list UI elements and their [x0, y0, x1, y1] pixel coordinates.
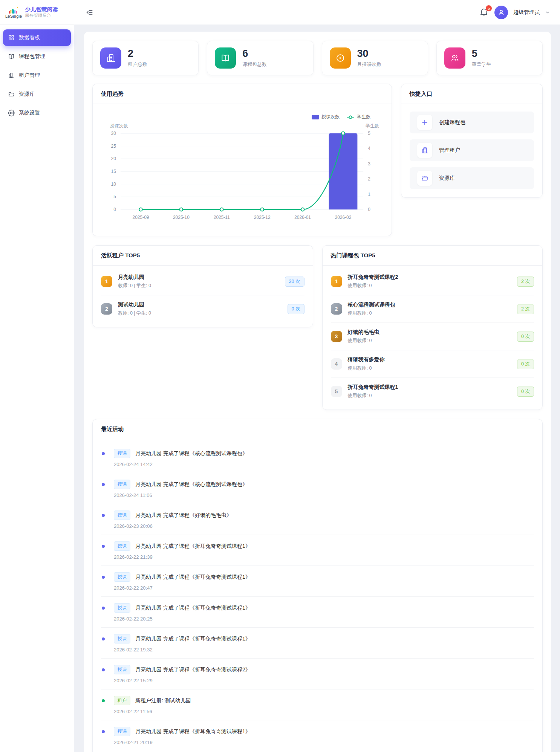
count-badge: 0 次 [288, 304, 304, 314]
quick-link-resources[interactable]: 资源库 [410, 167, 534, 189]
sidebar: LeSingle 少儿智慧阅读 服务管理后台 数据看板 课程包管理 [0, 0, 74, 752]
user-menu-toggle[interactable] [545, 10, 550, 15]
activity-dot [102, 576, 105, 579]
sidebar-item-label: 课程包管理 [19, 53, 45, 60]
item-sub: 使用教师: 0 [348, 310, 395, 316]
sidebar-item-resources[interactable]: 资源库 [3, 86, 71, 102]
activity-time: 2026-02-24 14:42 [114, 462, 534, 467]
svg-text:25: 25 [111, 144, 116, 149]
chart-legend: 授课次数学生数 [312, 114, 370, 120]
quick-link-manage-tenants[interactable]: 管理租户 [410, 139, 534, 161]
activity-item: 授课 月亮幼儿园 完成了课程《核心流程测试课程包》 2026-02-24 11:… [101, 473, 534, 504]
book-icon [8, 53, 15, 60]
sidebar-item-settings[interactable]: 系统设置 [3, 105, 71, 121]
notifications-button[interactable]: 5 [479, 8, 489, 17]
usage-trend-card: 使用趋势 授课次数学生数 051015202530012345授课次数学生数20… [92, 84, 392, 236]
count-badge: 0 次 [517, 359, 534, 369]
activity-text: 月亮幼儿园 完成了课程《折耳兔奇奇测试课程1》 [135, 605, 251, 611]
activity-time: 2026-02-22 15:29 [114, 678, 534, 683]
brand-logo: LeSingle [5, 6, 22, 18]
activity-dot [102, 514, 105, 517]
legend-label: 学生数 [357, 114, 370, 120]
legend-item[interactable]: 学生数 [346, 114, 370, 120]
activity-item: 授课 月亮幼儿园 完成了课程《折耳兔奇奇测试课程1》 2026-02-22 19… [101, 628, 534, 659]
legend-item[interactable]: 授课次数 [312, 114, 340, 120]
sidebar-collapse-button[interactable] [85, 8, 95, 17]
svg-text:2025-11: 2025-11 [214, 215, 230, 220]
activity-main: 授课 月亮幼儿园 完成了课程《核心流程测试课程包》 [101, 480, 534, 489]
plus-icon [417, 115, 432, 130]
activity-type-badge: 授课 [114, 511, 130, 520]
quick-link-label: 资源库 [439, 175, 455, 182]
activity-text: 月亮幼儿园 完成了课程《折耳兔奇奇测试课程1》 [135, 543, 251, 550]
activity-time: 2026-02-22 21:39 [114, 554, 534, 560]
stat-card-monthly-lessons: 30 月授课次数 [322, 41, 428, 75]
rank-badge: 2 [101, 303, 112, 315]
logo-area: LeSingle 少儿智慧阅读 服务管理后台 [0, 0, 74, 25]
product-subtitle: 服务管理后台 [25, 13, 58, 18]
sidebar-item-label: 系统设置 [19, 110, 40, 116]
activity-item: 租户 新租户注册: 测试幼儿园 2026-02-22 11:56 [101, 689, 534, 720]
item-info: 猜猜我有多爱你 使用教师: 0 [348, 356, 385, 371]
item-sub: 使用教师: 0 [348, 365, 385, 371]
stat-value: 30 [357, 48, 382, 60]
logo-bars-icon [8, 6, 19, 14]
item-sub: 教师: 0 | 学生: 0 [118, 283, 151, 289]
item-info: 核心流程测试课程包 使用教师: 0 [348, 301, 395, 316]
app-root: LeSingle 少儿智慧阅读 服务管理后台 数据看板 课程包管理 [0, 0, 560, 752]
activity-type-badge: 授课 [114, 634, 130, 643]
activity-text: 月亮幼儿园 完成了课程《核心流程测试课程包》 [135, 450, 248, 457]
svg-text:2: 2 [368, 176, 370, 182]
svg-text:3: 3 [368, 161, 370, 167]
item-name: 折耳兔奇奇测试课程1 [348, 384, 398, 391]
active-tenants-card: 活跃租户 TOP5 1 月亮幼儿园 教师: 0 | 学生: 0 30 次 2 测… [92, 245, 313, 327]
item-sub: 教师: 0 | 学生: 0 [118, 310, 151, 316]
activity-main: 授课 月亮幼儿园 完成了课程《折耳兔奇奇测试课程1》 [101, 572, 534, 582]
active-tenants-list: 1 月亮幼儿园 教师: 0 | 学生: 0 30 次 2 测试幼儿园 教师: 0… [93, 266, 313, 327]
product-title: 少儿智慧阅读 [25, 6, 58, 13]
item-name: 好饿的毛毛虫 [348, 329, 379, 336]
username: 超级管理员 [513, 9, 540, 16]
play-circle-icon [330, 47, 351, 69]
activity-text: 月亮幼儿园 完成了课程《好饿的毛毛虫》 [135, 512, 232, 519]
topbar: 5 超级管理员 [74, 0, 560, 25]
card-title: 热门课程包 TOP5 [323, 246, 543, 266]
list-item: 3 好饿的毛毛虫 使用教师: 0 0 次 [331, 323, 534, 350]
item-name: 猜猜我有多爱你 [348, 356, 385, 363]
usage-trend-chart: 授课次数学生数 051015202530012345授课次数学生数2025-09… [93, 104, 392, 236]
hot-courses-card: 热门课程包 TOP5 1 折耳兔奇奇测试课程2 使用教师: 0 2 次 2 核心… [322, 245, 543, 410]
activity-dot [102, 730, 105, 733]
notification-count-badge: 5 [485, 5, 492, 12]
stat-label: 租户总数 [128, 61, 147, 68]
recent-activity-list: 授课 月亮幼儿园 完成了课程《核心流程测试课程包》 2026-02-24 14:… [93, 439, 542, 752]
avatar[interactable] [494, 6, 508, 19]
activity-item: 授课 月亮幼儿园 完成了课程《折耳兔奇奇测试课程1》 2026-02-22 21… [101, 535, 534, 566]
card-title: 快捷入口 [401, 84, 542, 104]
count-badge: 0 次 [517, 387, 534, 397]
legend-bar-swatch [312, 115, 319, 119]
activity-dot [102, 668, 105, 671]
book-icon [215, 47, 236, 69]
sidebar-item-dashboard[interactable]: 数据看板 [3, 29, 71, 46]
folder-icon [8, 91, 15, 98]
content: 2 租户总数 6 课程包总数 [74, 25, 560, 752]
item-info: 折耳兔奇奇测试课程2 使用教师: 0 [348, 274, 398, 289]
list-item: 4 猜猜我有多爱你 使用教师: 0 0 次 [331, 350, 534, 378]
sidebar-item-label: 资源库 [19, 91, 35, 98]
activity-type-badge: 授课 [114, 541, 130, 551]
sidebar-item-tenants[interactable]: 租户管理 [3, 67, 71, 84]
sidebar-item-course-packages[interactable]: 课程包管理 [3, 48, 71, 65]
svg-text:1: 1 [368, 192, 370, 197]
activity-text: 月亮幼儿园 完成了课程《折耳兔奇奇测试课程1》 [135, 636, 251, 642]
count-badge: 30 次 [285, 277, 304, 287]
rank-badge: 1 [101, 276, 112, 287]
item-name: 月亮幼儿园 [118, 274, 151, 281]
quick-entry-card: 快捷入口 创建课程包 [401, 84, 543, 198]
activity-item: 授课 月亮幼儿园 完成了课程《折耳兔奇奇测试课程2》 2026-02-22 15… [101, 659, 534, 689]
dashboard-container: 2 租户总数 6 课程包总数 [84, 32, 551, 752]
activity-time: 2026-02-22 20:47 [114, 585, 534, 591]
activity-time: 2026-02-22 19:32 [114, 647, 534, 653]
activity-type-badge: 租户 [114, 696, 130, 705]
activity-type-badge: 授课 [114, 449, 130, 458]
quick-link-create-course[interactable]: 创建课程包 [410, 112, 534, 133]
